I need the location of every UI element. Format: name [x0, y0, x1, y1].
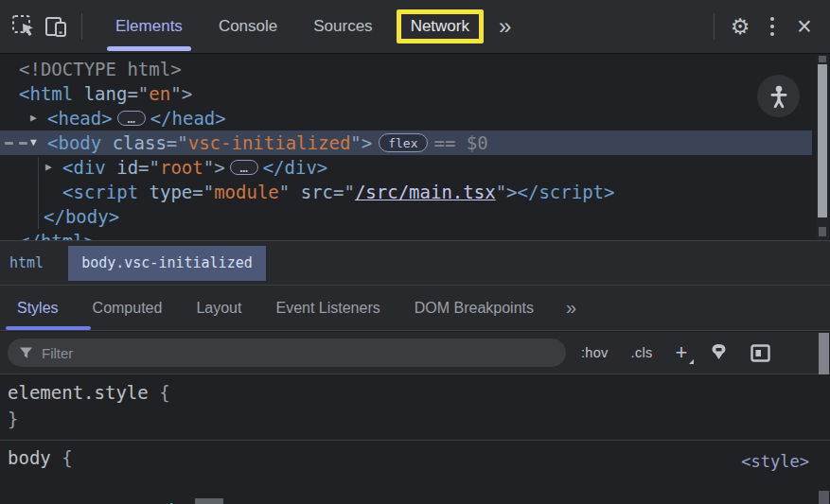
dom-node-body-selected[interactable]: ▼<body class="vsc-initialized">flex== $0 [0, 130, 812, 155]
filter-funnel-icon [19, 346, 33, 359]
rendering-emulation-icon[interactable] [710, 343, 728, 362]
styles-rules-pane: element.style { } <style> body { margin:… [0, 375, 830, 504]
css-property-margin[interactable]: margin:▶0; [8, 471, 830, 504]
styles-scrollbar-thumb[interactable] [819, 333, 829, 374]
person-icon [767, 84, 791, 109]
scrollbar-bottom-cap [819, 227, 826, 236]
script-src-link[interactable]: /src/main.tsx [355, 180, 496, 204]
tab-network-label: Network [411, 17, 469, 35]
breadcrumb-html[interactable]: html [0, 254, 53, 271]
more-tabs-chevron-icon[interactable]: » [555, 297, 576, 319]
tab-sources-label: Sources [313, 17, 372, 36]
clipped-text-artifact [195, 498, 223, 504]
tab-console-label: Console [219, 17, 277, 36]
style-origin-link[interactable]: <style> [741, 448, 809, 475]
dom-node-html-close-clipped[interactable]: </html> [0, 229, 830, 240]
rule-element-style: element.style { } [0, 375, 830, 440]
dom-breadcrumb-bar: html body.vsc-initialized [0, 240, 830, 286]
dom-node-doctype[interactable]: <!DOCTYPE html> [0, 57, 830, 81]
tab-network[interactable]: Network [397, 0, 484, 53]
devtools-window: Elements Console Sources Network » ⚙ [0, 0, 830, 504]
toggle-device-toolbar-icon[interactable] [40, 10, 72, 43]
dom-tree-scrollbar[interactable] [816, 55, 829, 240]
collapse-arrow-icon[interactable]: ▼ [30, 130, 47, 155]
dollar-zero-marker: == $0 [434, 130, 488, 155]
computed-sidebar-toggle-icon[interactable] [751, 344, 770, 362]
tab-event-listeners[interactable]: Event Listeners [262, 286, 400, 330]
scrollbar-thumb[interactable] [818, 64, 827, 217]
toolbar-divider [81, 13, 82, 40]
filter-input[interactable] [42, 345, 515, 361]
kebab-menu-icon[interactable] [756, 10, 788, 43]
element-classes-toggle[interactable]: .cls [631, 345, 653, 360]
expand-arrow-icon[interactable]: ▶ [45, 155, 62, 180]
selector-element-style[interactable]: element.style [8, 382, 149, 403]
styles-sidebar-tabs: Styles Computed Layout Event Listeners D… [0, 286, 830, 331]
accessibility-person-button[interactable] [757, 75, 800, 117]
styles-toolbar-toggles: :hov .cls + [581, 342, 770, 363]
expand-arrow-icon[interactable]: ▶ [30, 106, 47, 130]
gutter-marker [5, 142, 27, 145]
tab-styles[interactable]: Styles [4, 286, 79, 330]
dropdown-corner [689, 359, 694, 364]
selector-body[interactable]: body [8, 447, 51, 468]
tab-sources[interactable]: Sources [295, 0, 390, 53]
close-devtools-icon[interactable]: × [788, 10, 821, 43]
active-tab-indicator [107, 46, 191, 51]
settings-gear-icon[interactable]: ⚙ [724, 10, 756, 43]
collapsed-content-ellipsis[interactable]: … [230, 160, 258, 175]
tab-elements-label: Elements [115, 17, 183, 36]
new-style-rule-button[interactable]: + [676, 342, 688, 363]
flex-badge[interactable]: flex [379, 133, 427, 152]
styles-scrollbar-cap [819, 491, 829, 504]
property-name[interactable]: margin [123, 500, 188, 504]
tab-elements[interactable]: Elements [97, 0, 201, 53]
elements-dom-tree: <!DOCTYPE html> <html lang="en"> ▶<head>… [0, 55, 830, 240]
annotation-highlight-box: Network [397, 9, 484, 43]
dom-node-script[interactable]: <script type="module" src="/src/main.tsx… [0, 180, 830, 204]
dom-node-head[interactable]: ▶<head>…</head> [0, 106, 830, 130]
dom-node-body-close[interactable]: </body> [0, 204, 830, 229]
toolbar-right-actions: ⚙ × [704, 0, 830, 53]
dom-node-div-root[interactable]: ▶<div id="root">…</div> [0, 155, 830, 180]
styles-filter-field[interactable] [8, 339, 566, 367]
more-tabs-chevron-icon[interactable]: » [489, 15, 521, 38]
collapsed-content-ellipsis[interactable]: … [117, 111, 146, 126]
dom-node-html-open[interactable]: <html lang="en"> [0, 81, 830, 106]
tab-dom-breakpoints[interactable]: DOM Breakpoints [401, 286, 555, 330]
breadcrumb-body-selected[interactable]: body.vsc-initialized [68, 246, 266, 281]
pseudo-state-toggle[interactable]: :hov [581, 345, 609, 360]
scrollbar-top-cap [819, 56, 826, 62]
panel-tabs: Elements Console Sources Network » [97, 0, 521, 53]
active-tab-indicator [6, 326, 91, 330]
toolbar-divider [714, 13, 715, 40]
tab-layout[interactable]: Layout [183, 286, 262, 330]
styles-filter-bar: :hov .cls + [0, 332, 830, 374]
tab-console[interactable]: Console [201, 0, 295, 53]
inspect-element-icon[interactable] [8, 10, 40, 43]
rule-body: <style> body { margin:▶0; [0, 440, 830, 504]
tab-computed[interactable]: Computed [79, 286, 184, 330]
devtools-main-toolbar: Elements Console Sources Network » ⚙ [0, 0, 830, 54]
